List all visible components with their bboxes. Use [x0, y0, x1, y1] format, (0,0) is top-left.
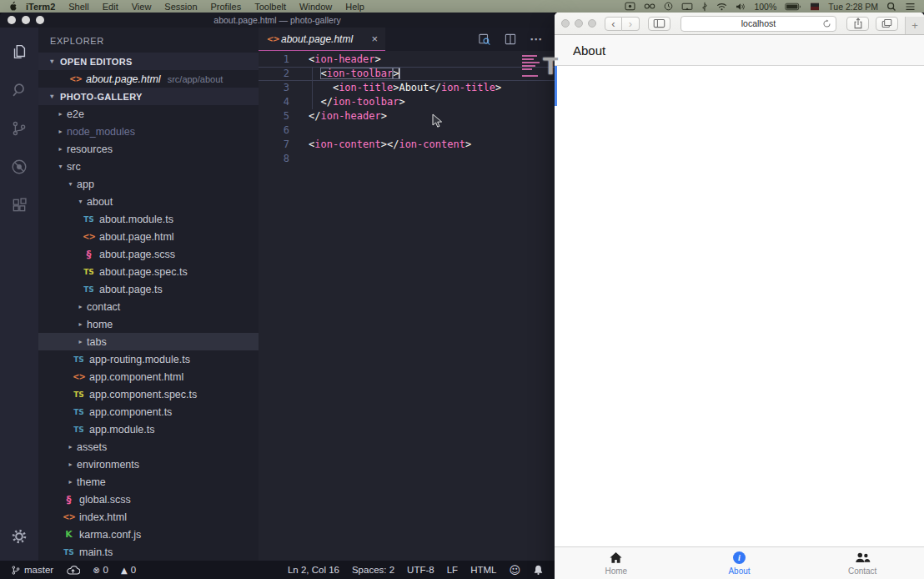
tree-item-app-routing-module-ts[interactable]: TSapp-routing.module.ts	[38, 350, 259, 368]
tab-about[interactable]: iAbout	[678, 547, 801, 579]
code-line-5[interactable]: 5</ion-header>	[259, 109, 555, 123]
tree-item-about-page-spec-ts[interactable]: TSabout.page.spec.ts	[38, 263, 259, 280]
safari-window-controls[interactable]	[561, 19, 596, 28]
project-section-header[interactable]: ▾ PHOTO-GALLERY	[38, 88, 259, 105]
address-bar[interactable]: localhost	[680, 16, 836, 32]
code-line-1[interactable]: 1<ion-header>	[259, 53, 555, 67]
tree-item-app-component-ts[interactable]: TSapp.component.ts	[38, 403, 259, 420]
display-icon[interactable]	[681, 3, 693, 11]
notification-list-icon[interactable]	[905, 3, 916, 11]
menu-edit[interactable]: Edit	[103, 2, 118, 12]
error-count[interactable]: ⊗0	[93, 565, 108, 575]
activity-debug[interactable]	[0, 148, 38, 186]
forward-button[interactable]: ›	[622, 17, 640, 31]
back-button[interactable]: ‹	[605, 17, 622, 31]
share-button[interactable]	[846, 17, 869, 31]
tree-item-contact[interactable]: ▸contact	[38, 298, 259, 315]
split-editor-button[interactable]	[504, 33, 517, 46]
tree-item-main-ts[interactable]: TSmain.ts	[38, 543, 259, 561]
zoom-window-button[interactable]	[588, 19, 596, 28]
connector-icon[interactable]	[701, 2, 708, 12]
open-editor-item-about-page-html[interactable]: <> about.page.html src/app/about	[38, 70, 259, 88]
new-tab-button[interactable]: +	[905, 17, 924, 34]
volume-icon[interactable]	[736, 3, 746, 11]
notifications-bell[interactable]	[533, 564, 544, 576]
activity-extensions[interactable]	[0, 186, 38, 224]
tree-item-environments[interactable]: ▸environments	[38, 456, 259, 473]
battery-icon[interactable]	[785, 3, 801, 11]
git-branch-status[interactable]: master	[11, 565, 53, 576]
code-line-2[interactable]: 2 <ion-toolbar>	[259, 67, 555, 81]
tree-item-about[interactable]: ▾about	[38, 193, 259, 210]
tree-item-about-page-scss[interactable]: §about.page.scss	[38, 245, 259, 263]
close-tab-icon[interactable]: ×	[371, 33, 378, 45]
tree-item-e2e[interactable]: ▸e2e	[38, 105, 259, 123]
menu-session[interactable]: Session	[164, 2, 197, 12]
open-preview-button[interactable]	[477, 33, 491, 46]
tab-about-page-html[interactable]: <> about.page.html ×	[259, 28, 385, 51]
tree-item-about-module-ts[interactable]: TSabout.module.ts	[38, 210, 259, 228]
menu-profiles[interactable]: Profiles	[211, 2, 242, 12]
tree-item-global-scss[interactable]: §global.scss	[38, 491, 259, 508]
tree-item-theme[interactable]: ▸theme	[38, 473, 259, 491]
activity-source-control[interactable]	[0, 109, 38, 148]
tree-item-app-component-html[interactable]: <>app.component.html	[38, 368, 259, 385]
activity-search[interactable]	[0, 71, 38, 109]
open-editors-header[interactable]: ▾ OPEN EDITORS	[38, 53, 259, 70]
status-html[interactable]: HTML	[470, 565, 496, 575]
tab-home[interactable]: Home	[555, 547, 678, 579]
spotlight-icon[interactable]	[886, 2, 896, 12]
tree-item-tabs[interactable]: ▸tabs	[38, 333, 259, 350]
publish-changes[interactable]	[66, 565, 80, 576]
tree-item-assets[interactable]: ▸assets	[38, 438, 259, 456]
tree-item-about-page-ts[interactable]: TSabout.page.ts	[38, 280, 259, 298]
timer-icon[interactable]	[664, 2, 673, 11]
warning-count[interactable]: ▲0	[121, 565, 136, 575]
code-line-3[interactable]: 3 <ion-title>About</ion-title>	[259, 81, 555, 95]
tree-item-node-modules[interactable]: ▸node_modules	[38, 123, 259, 140]
goggles-icon[interactable]	[644, 3, 655, 10]
screen-recorder-icon[interactable]	[625, 2, 635, 11]
activity-files[interactable]	[0, 33, 38, 71]
tree-item-home[interactable]: ▸home	[38, 315, 259, 333]
code-line-7[interactable]: 7<ion-content></ion-content>	[259, 138, 555, 152]
activity-settings[interactable]	[0, 517, 38, 556]
input-flag-icon[interactable]	[810, 3, 820, 11]
status-spaces-2[interactable]: Spaces: 2	[352, 565, 394, 575]
vscode-titlebar[interactable]: about.page.html — photo-gallery	[0, 13, 555, 28]
tree-item-app-module-ts[interactable]: TSapp.module.ts	[38, 420, 259, 438]
tree-item-src[interactable]: ▾src	[38, 158, 259, 175]
minimize-window-button[interactable]	[22, 16, 30, 24]
reload-icon[interactable]	[822, 19, 831, 28]
code-line-4[interactable]: 4 </ion-toolbar>	[259, 95, 555, 109]
code-line-6[interactable]: 6	[259, 123, 555, 138]
tab-contact[interactable]: Contact	[801, 547, 924, 579]
tree-item-resources[interactable]: ▸resources	[38, 140, 259, 158]
tree-item-app[interactable]: ▾app	[38, 175, 259, 193]
tree-item-karma-conf-js[interactable]: Kkarma.conf.js	[38, 526, 259, 543]
code-editor[interactable]: 1<ion-header>2 <ion-toolbar>3 <ion-title…	[259, 51, 555, 561]
menu-toolbelt[interactable]: Toolbelt	[254, 2, 286, 12]
apple-icon[interactable]	[8, 1, 18, 12]
more-actions-button[interactable]: ⋯	[530, 32, 543, 47]
status-utf-8[interactable]: UTF-8	[407, 565, 434, 575]
feedback-smiley[interactable]: ☺	[509, 564, 520, 576]
tabs-overview-button[interactable]	[876, 17, 898, 31]
code-line-8[interactable]: 8	[259, 152, 555, 166]
menu-window[interactable]: Window	[299, 2, 332, 12]
status-ln-2-col-16[interactable]: Ln 2, Col 16	[288, 565, 339, 575]
tree-item-index-html[interactable]: <>index.html	[38, 508, 259, 526]
tree-item-app-component-spec-ts[interactable]: TSapp.component.spec.ts	[38, 385, 259, 403]
wifi-icon[interactable]	[716, 3, 727, 11]
tree-item-about-page-html[interactable]: <>about.page.html	[38, 228, 259, 245]
sidebar-toggle-button[interactable]	[648, 17, 670, 31]
minimize-window-button[interactable]	[575, 19, 583, 28]
status-lf[interactable]: LF	[447, 565, 458, 575]
close-window-button[interactable]	[8, 16, 16, 24]
menu-shell[interactable]: Shell	[68, 2, 88, 12]
close-window-button[interactable]	[561, 19, 570, 28]
vscode-window-controls[interactable]	[8, 16, 44, 24]
zoom-window-button[interactable]	[36, 16, 44, 24]
menu-help[interactable]: Help	[345, 2, 364, 12]
menu-iterm2[interactable]: iTerm2	[26, 2, 55, 12]
